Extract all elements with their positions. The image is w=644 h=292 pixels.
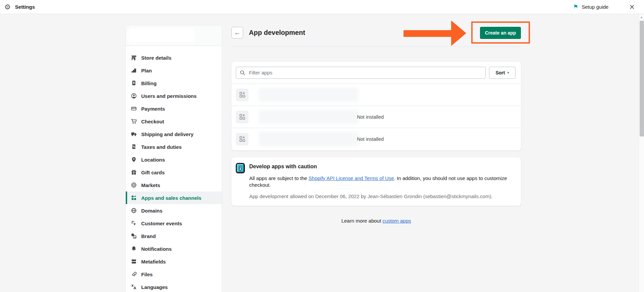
annotation-arrow [404,20,467,46]
sidebar-item-label: Shipping and delivery [141,131,194,137]
apps-list: Not installedNot installed [231,83,521,150]
sidebar-item-label: Domains [141,208,162,214]
flag-icon: ⚑ [573,4,578,10]
top-bar-right: ⚑ Setup guide × [573,4,644,10]
metafields-icon [131,258,137,265]
redacted-app-name [258,87,359,102]
locations-icon [131,157,137,163]
app-row[interactable] [231,83,521,106]
sidebar-item-label: Apps and sales channels [141,195,201,201]
sidebar-item-domains[interactable]: Domains [126,204,222,217]
learn-more-prefix: Learn more about [341,218,383,224]
languages-icon: A [131,284,137,290]
main-content: ← App development Sort ▾ [231,25,521,224]
svg-text:%: % [132,145,135,149]
gift-cards-icon [131,169,137,175]
app-grid-icon [236,133,249,145]
domains-icon [131,208,137,214]
window-title: Settings [15,4,35,10]
filter-row: Sort ▾ [231,62,521,83]
plan-icon [131,67,137,73]
billing-icon: $ [131,80,137,86]
sidebar-item-markets[interactable]: Markets [126,179,222,191]
sidebar-item-label: Checkout [141,119,164,124]
markets-icon [131,182,137,188]
sidebar-item-metafields[interactable]: Metafields [126,255,222,268]
info-icon: i [236,163,245,173]
users-icon [131,93,137,99]
redacted-store-name [128,28,195,43]
caution-content: Develop apps with caution All apps are s… [249,163,514,199]
sidebar-item-billing[interactable]: $Billing [126,77,222,90]
sidebar-item-files[interactable]: Files [126,268,222,281]
sidebar-item-label: Customer events [141,221,182,226]
sidebar-item-checkout[interactable]: Checkout [126,115,222,128]
sidebar-item-languages[interactable]: ALanguages [126,281,222,292]
app-row[interactable]: Not installed [231,128,521,150]
sidebar-item-label: Locations [141,157,165,163]
gear-icon: ⚙ [4,3,11,10]
custom-apps-link[interactable]: custom apps [382,218,411,224]
shipping-icon [131,131,137,137]
sidebar-item-label: Plan [141,68,152,73]
storefront-icon [131,55,137,61]
brand-icon [131,233,137,239]
customer-events-icon [131,220,137,226]
checkout-icon [131,118,137,124]
top-bar: ⚙ Settings ⚑ Setup guide × [0,0,644,14]
header-divider [231,47,521,47]
sidebar-item-label: Gift cards [141,170,165,175]
close-icon[interactable]: × [629,4,635,10]
caution-body: All apps are subject to the Shopify API … [249,175,514,188]
filter-apps-input[interactable] [236,67,486,79]
sidebar-item-label: Metafields [141,259,166,265]
app-grid-icon [236,89,249,101]
settings-nav: Store detailsPlan$BillingUsers and permi… [126,46,222,292]
app-row[interactable]: Not installed [231,106,521,128]
sidebar-item-shipping-and-delivery[interactable]: Shipping and delivery [126,128,222,140]
sidebar-item-label: Store details [141,55,171,61]
learn-more-line: Learn more about custom apps [231,218,521,224]
sidebar-item-store-details[interactable]: Store details [126,51,222,64]
back-button[interactable]: ← [231,27,243,39]
caution-body-prefix: All apps are subject to the [249,175,309,181]
setup-guide-button[interactable]: Setup guide [582,4,608,10]
notifications-icon [131,246,137,252]
sidebar-item-plan[interactable]: Plan [126,64,222,77]
top-bar-left: ⚙ Settings [0,3,35,10]
scrollbar-up-arrow[interactable]: ▲ [639,14,644,20]
sidebar-item-users-and-permissions[interactable]: Users and permissions [126,90,222,102]
sidebar-item-notifications[interactable]: Notifications [126,242,222,255]
sidebar-item-customer-events[interactable]: Customer events [126,217,222,230]
api-license-link[interactable]: Shopify API License and Terms of Use [309,175,394,181]
sidebar-item-apps-and-sales-channels[interactable]: Apps and sales channels [126,191,222,204]
svg-text:A: A [133,286,136,290]
filter-input-wrap [236,67,486,79]
sidebar-item-payments[interactable]: Payments [126,102,222,115]
apps-icon [131,195,137,201]
sidebar-item-label: Files [141,272,153,277]
sidebar-item-brand[interactable]: Brand [126,230,222,242]
sidebar-item-locations[interactable]: Locations [126,153,222,166]
files-icon [131,271,137,277]
apps-card: Sort ▾ Not installedNot installed [231,62,521,151]
sidebar-item-label: Brand [141,233,156,239]
app-status: Not installed [357,136,384,142]
sidebar-item-label: Notifications [141,246,172,252]
page-scrollbar: ▲ [639,14,644,292]
sort-label: Sort [495,70,505,75]
settings-window: ⚙ Settings ⚑ Setup guide × Store details… [0,0,644,292]
caution-note: App development allowed on December 06, … [249,193,514,199]
taxes-icon: % [131,144,137,150]
sidebar-item-label: Users and permissions [141,93,197,99]
sort-button[interactable]: Sort ▾ [489,67,516,79]
caution-card: i Develop apps with caution All apps are… [231,157,521,206]
create-an-app-button[interactable]: Create an app [480,27,521,39]
app-grid-icon [236,111,249,123]
payments-icon [131,106,137,112]
sidebar-item-taxes-and-duties[interactable]: %Taxes and duties [126,140,222,153]
sidebar-item-label: Markets [141,182,160,188]
scrollbar-thumb[interactable] [640,21,644,136]
page-title: App development [249,29,305,37]
sidebar-item-gift-cards[interactable]: Gift cards [126,166,222,179]
